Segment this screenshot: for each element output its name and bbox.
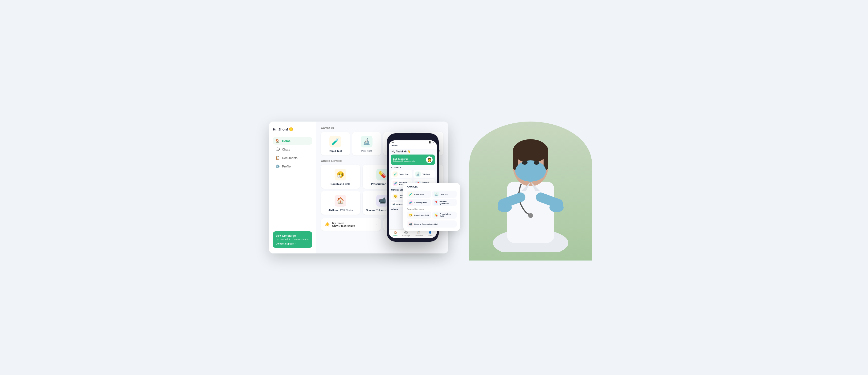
sc-general-questions-label: General Questions [439, 200, 455, 205]
sidebar-item-profile[interactable]: ⚙️ Profile [273, 162, 312, 170]
sc-rapid-test[interactable]: 🧪 Rapid Test [407, 191, 431, 198]
svg-point-7 [515, 160, 546, 182]
prescription-icon: 💊 [378, 171, 386, 178]
sc-pcr-test-icon: 🔬 [434, 192, 439, 196]
phone-pcr-test-label: PCR Test [422, 173, 430, 175]
svg-point-9 [534, 161, 539, 165]
sidebar-nav: 🏠 Home 💬 Chats 📋 Documents ⚙️ Profile [273, 137, 312, 231]
phone-nav-home[interactable]: 🏠 Home [393, 231, 398, 237]
sc-cough-cold-icon: 🤧 [408, 213, 413, 217]
service-card-pcr-test[interactable]: 🔬 PCR Test [352, 132, 381, 155]
concierge-title: 24/7 Concierge [276, 234, 309, 238]
sidebar: Hi, Jhon! 😊 🏠 Home 💬 Chats 📋 Documents ⚙… [269, 122, 316, 253]
sc-tele-label: General Telemedicine Visit [414, 223, 438, 225]
sidebar-item-chats[interactable]: 💬 Chats [273, 146, 312, 153]
phone-screen-title: Home [389, 144, 437, 149]
svg-point-10 [528, 213, 533, 218]
sc-antibody-test-icon: 🧬 [408, 200, 413, 205]
sc-prescription-label: Prescription Refill [440, 213, 455, 217]
rapid-test-icon: 🧪 [332, 138, 339, 145]
sc-pcr-test[interactable]: 🔬 PCR Test [432, 191, 457, 198]
covid-results-chevron: › [376, 223, 377, 226]
concierge-subtitle: Get support & recommendation [276, 238, 309, 241]
sidebar-item-documents[interactable]: 📋 Documents [273, 154, 312, 162]
cough-cold-icon: 🤧 [337, 171, 344, 178]
rapid-test-icon-wrap: 🧪 [330, 136, 341, 148]
service-card-home-pcr[interactable]: 🏠 At-Home PCR Tests [321, 191, 360, 215]
svg-point-4 [513, 139, 548, 163]
sc-prescription[interactable]: 💊 Prescription Refill [432, 212, 457, 219]
phone-concierge-card[interactable]: 24/7 Concierge Get support & recommendat… [391, 155, 435, 165]
sc-antibody-test[interactable]: 🧬 Antibody Test [407, 199, 431, 206]
doctor-area [462, 115, 599, 260]
svg-rect-1 [507, 182, 554, 243]
covid-results-label: My recent COVID test results [332, 222, 355, 227]
phone-concierge-sub: Get support & recommendation [393, 160, 416, 162]
sc-covid-label: COVID-19 [407, 186, 457, 189]
home-pcr-icon: 🏠 [337, 197, 344, 204]
chats-icon: 💬 [276, 148, 280, 151]
service-card-rapid-test[interactable]: 🧪 Rapid Test [321, 132, 350, 155]
phone-concierge-title: 24/7 Concierge [393, 158, 416, 160]
cough-cold-icon-wrap: 🤧 [335, 169, 346, 181]
phone-tele-visit-icon: 📹 [393, 203, 395, 206]
sidebar-item-home[interactable]: 🏠 Home [273, 137, 312, 145]
sidebar-home-label: Home [282, 139, 290, 143]
phone-rapid-test[interactable]: 🧪 Rapid Test [391, 170, 412, 178]
sidebar-chats-label: Chats [282, 148, 290, 151]
scene: Hi, Jhon! 😊 🏠 Home 💬 Chats 📋 Documents ⚙… [269, 115, 599, 260]
phone-pcr-test[interactable]: 🔬 PCR Test [413, 170, 435, 178]
phone-avatar: 👩 [426, 156, 433, 163]
sc-pcr-test-label: PCR Test [440, 193, 448, 195]
sc-general-grid: 🤧 Cough and Cold 💊 Prescription Refill [407, 212, 457, 219]
sc-general-questions-icon: ❓ [434, 200, 438, 205]
phone-signal: ▌▌ ✦ [429, 141, 434, 144]
home-icon: 🏠 [276, 139, 280, 143]
doctor-figure-svg [484, 130, 578, 252]
phone-antibody-test-icon: 🧬 [393, 181, 398, 186]
phone-time: 9:41 [392, 141, 395, 144]
home-pcr-icon-wrap: 🏠 [335, 195, 346, 207]
phone-nav-docs-icon: 📋 [417, 231, 421, 235]
phone-nav-home-icon: 🏠 [394, 231, 397, 235]
phone-nav-profile[interactable]: 👤 Profile [428, 231, 433, 237]
phone-covid-label: COVID-19 [391, 166, 435, 169]
sc-antibody-test-label: Antibody Test [414, 201, 427, 204]
doctor-silhouette [469, 122, 592, 260]
tele-visit-icon: 📹 [378, 197, 386, 204]
sc-cough-cold-label: Cough and Cold [414, 214, 429, 216]
sc-general-questions[interactable]: ❓ General Questions [432, 199, 457, 206]
prescription-icon-wrap: 💊 [376, 169, 388, 181]
profile-icon: ⚙️ [276, 164, 280, 168]
phone-nav-concierge-icon: 💬 [404, 231, 408, 235]
pcr-test-icon: 🔬 [363, 138, 370, 145]
phone-nav-profile-label: Profile [428, 235, 433, 237]
documents-icon: 📋 [276, 156, 280, 160]
phone-nav-docs-label: Documents [415, 235, 423, 237]
phone-status-bar: 9:41 ▌▌ ✦ [389, 140, 437, 144]
covid-results-action[interactable]: ☀️ My recent COVID test results › [321, 218, 381, 230]
pcr-test-icon-wrap: 🔬 [361, 136, 372, 148]
cough-cold-label: Cough and Cold [331, 182, 350, 186]
phone-nav-concierge[interactable]: 💬 Concierge [402, 231, 410, 237]
sidebar-docs-label: Documents [282, 156, 298, 160]
svg-point-14 [550, 203, 564, 212]
sc-prescription-icon: 💊 [434, 213, 438, 217]
service-card-cough-cold[interactable]: 🤧 Cough and Cold [321, 165, 360, 188]
phone-cough-cold-icon: 🤧 [393, 194, 398, 199]
sc-tele-icon: 📹 [408, 222, 413, 226]
sc-general-label: General Services [407, 208, 457, 210]
svg-point-8 [522, 161, 528, 165]
sc-cough-cold[interactable]: 🤧 Cough and Cold [407, 212, 431, 219]
pcr-test-label: PCR Test [361, 149, 372, 153]
svg-point-13 [498, 203, 512, 212]
covid-section-label: COVID-19 [321, 126, 443, 130]
sc-tele-visit[interactable]: 📹 General Telemedicine Visit [407, 220, 457, 227]
concierge-button[interactable]: Contact Support › [276, 242, 309, 245]
phone-nav-documents[interactable]: 📋 Documents [415, 231, 423, 237]
phone-pcr-test-icon: 🔬 [415, 171, 421, 177]
phone-nav-profile-icon: 👤 [428, 231, 432, 235]
phone-rapid-test-label: Rapid Test [399, 173, 408, 175]
phone-notch [406, 136, 420, 139]
covid-results-icon: ☀️ [325, 222, 330, 227]
